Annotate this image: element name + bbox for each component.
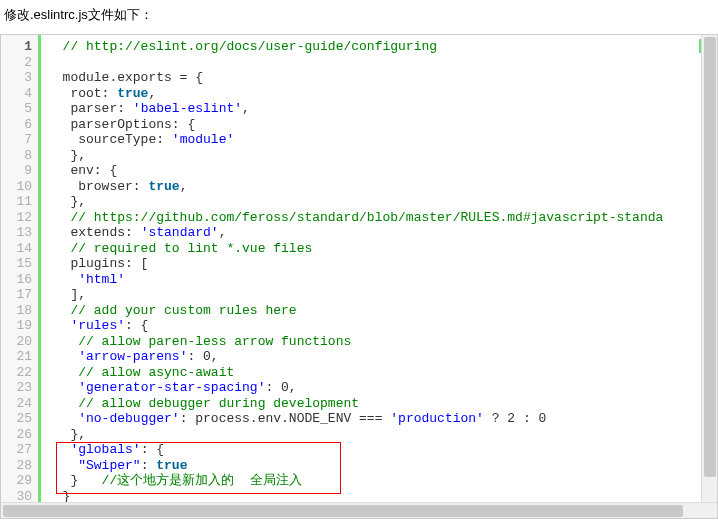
line-number: 28 [3, 458, 32, 474]
line-number: 8 [3, 148, 32, 164]
line-number: 3 [3, 70, 32, 86]
code-line: module.exports = { [47, 70, 711, 86]
line-number: 25 [3, 411, 32, 427]
code-line: env: { [47, 163, 711, 179]
line-number: 9 [3, 163, 32, 179]
code-line: // required to lint *.vue files [47, 241, 711, 257]
code-area[interactable]: // http://eslint.org/docs/user-guide/con… [41, 35, 717, 518]
code-line: } //这个地方是新加入的 全局注入 [47, 473, 711, 489]
line-number: 14 [3, 241, 32, 257]
line-number: 11 [3, 194, 32, 210]
code-line: plugins: [ [47, 256, 711, 272]
line-number: 23 [3, 380, 32, 396]
line-number: 6 [3, 117, 32, 133]
code-line: parserOptions: { [47, 117, 711, 133]
line-number: 10 [3, 179, 32, 195]
line-number: 4 [3, 86, 32, 102]
code-line: }, [47, 194, 711, 210]
code-editor: 1234567891011121314151617181920212223242… [0, 34, 718, 519]
line-number: 17 [3, 287, 32, 303]
code-line: browser: true, [47, 179, 711, 195]
code-line: // allow paren-less arrow functions [47, 334, 711, 350]
line-number: 29 [3, 473, 32, 489]
code-line: 'arrow-parens': 0, [47, 349, 711, 365]
line-number: 19 [3, 318, 32, 334]
line-number: 24 [3, 396, 32, 412]
code-line: }, [47, 148, 711, 164]
code-line: 'no-debugger': process.env.NODE_ENV === … [47, 411, 711, 427]
line-number: 7 [3, 132, 32, 148]
line-number: 27 [3, 442, 32, 458]
code-line: sourceType: 'module' [47, 132, 711, 148]
code-line: // allow debugger during development [47, 396, 711, 412]
line-number: 13 [3, 225, 32, 241]
line-number: 22 [3, 365, 32, 381]
code-line: "Swiper": true [47, 458, 711, 474]
caption-text: 修改.eslintrc.js文件如下： [0, 0, 718, 34]
code-line: root: true, [47, 86, 711, 102]
code-line: // https://github.com/feross/standard/bl… [47, 210, 711, 226]
code-line: extends: 'standard', [47, 225, 711, 241]
horizontal-scrollbar-thumb[interactable] [3, 505, 683, 517]
line-number: 18 [3, 303, 32, 319]
code-line: // allow async-await [47, 365, 711, 381]
code-line: 'globals': { [47, 442, 711, 458]
line-gutter: 1234567891011121314151617181920212223242… [1, 35, 41, 518]
code-line: 'generator-star-spacing': 0, [47, 380, 711, 396]
code-line: 'html' [47, 272, 711, 288]
line-number: 5 [3, 101, 32, 117]
code-line: 'rules': { [47, 318, 711, 334]
code-line: }, [47, 427, 711, 443]
horizontal-scrollbar[interactable] [1, 502, 717, 518]
line-number: 15 [3, 256, 32, 272]
line-number: 20 [3, 334, 32, 350]
code-line: ], [47, 287, 711, 303]
line-number: 2 [3, 55, 32, 71]
editor-body: 1234567891011121314151617181920212223242… [1, 35, 717, 518]
code-line: // add your custom rules here [47, 303, 711, 319]
line-number: 16 [3, 272, 32, 288]
line-number: 12 [3, 210, 32, 226]
vertical-scrollbar[interactable] [701, 35, 717, 502]
line-number: 26 [3, 427, 32, 443]
line-number: 21 [3, 349, 32, 365]
code-line: // http://eslint.org/docs/user-guide/con… [47, 39, 711, 55]
line-number: 1 [3, 39, 32, 55]
vertical-scrollbar-thumb[interactable] [704, 37, 716, 477]
code-line [47, 55, 711, 71]
code-line: parser: 'babel-eslint', [47, 101, 711, 117]
